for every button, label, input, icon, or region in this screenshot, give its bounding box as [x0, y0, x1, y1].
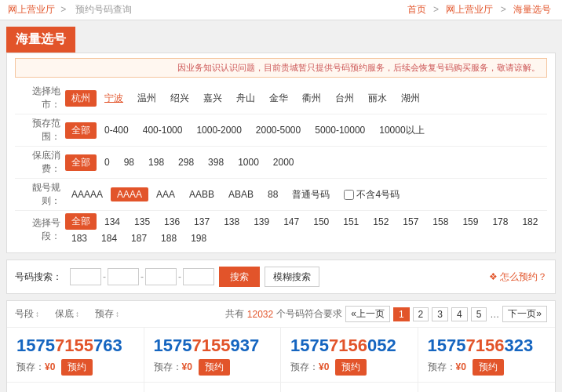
deposit-2000-5000[interactable]: 2000-5000: [250, 123, 307, 137]
city-option-jiaxing[interactable]: 嘉兴: [197, 90, 228, 107]
results-header: 号段 ↕ 保底 ↕ 预存 ↕ 共有 12032 个号码符合要求 «上一页 1: [7, 301, 555, 328]
breadcrumb-site[interactable]: 网上营业厅: [8, 4, 55, 15]
number-display-4: 15757156323: [428, 336, 546, 356]
rule-abab[interactable]: ABAB: [222, 187, 260, 201]
page-4-btn[interactable]: 4: [451, 307, 468, 321]
page-1-btn[interactable]: 1: [393, 307, 410, 321]
how-to-reserve[interactable]: 怎么预约？: [489, 270, 547, 284]
col-number[interactable]: 号段 ↕: [15, 307, 39, 321]
segment-158[interactable]: 158: [426, 215, 454, 229]
consume-all[interactable]: 全部: [65, 154, 97, 171]
segment-188[interactable]: 188: [155, 231, 183, 245]
num4-part3: 323: [504, 336, 533, 355]
deposit-all[interactable]: 全部: [65, 122, 97, 139]
number-meta-1: 预存：¥0 预约: [16, 359, 134, 376]
results-panel: 号段 ↕ 保底 ↕ 预存 ↕ 共有 12032 个号码符合要求 «上一页 1: [6, 300, 556, 392]
search-sep-1: -: [103, 271, 106, 282]
search-sep-2: -: [140, 271, 144, 282]
search-input-4[interactable]: [183, 268, 214, 285]
reserve-btn-4[interactable]: 预约: [473, 359, 504, 376]
fuzzy-search-button[interactable]: 模糊搜索: [265, 267, 319, 287]
city-option-zhoushan[interactable]: 舟山: [230, 90, 261, 107]
nav-home[interactable]: 首页: [407, 4, 426, 15]
breadcrumb-sep1: >: [60, 4, 66, 15]
num2-part2: 7155: [192, 336, 230, 355]
consume-98[interactable]: 98: [118, 155, 140, 169]
nav-current[interactable]: 海量选号: [513, 4, 551, 15]
deposit-10000+[interactable]: 10000以上: [373, 122, 430, 139]
col-base-arrow: ↕: [75, 310, 79, 318]
segment-157[interactable]: 157: [396, 215, 425, 229]
rule-aabb[interactable]: AABB: [183, 187, 221, 201]
city-option-lishui[interactable]: 丽水: [362, 90, 393, 107]
page-5-btn[interactable]: 5: [471, 307, 487, 321]
col-deposit-label: 预存: [95, 307, 114, 321]
city-option-taizhou[interactable]: 台州: [329, 90, 360, 107]
reserve-btn-2[interactable]: 预约: [199, 359, 230, 376]
page-3-btn[interactable]: 3: [432, 307, 448, 321]
rule-aaaa[interactable]: AAAA: [111, 187, 148, 201]
reserve-btn-1[interactable]: 预约: [61, 359, 93, 376]
filter-panel: 因业务知识认识问题，目前贵城暂只提供号码预约服务，后续会恢复号码购买服务，敬请谅…: [6, 53, 556, 253]
deposit-5000-10000[interactable]: 5000-10000: [308, 123, 371, 137]
city-option-wenzhou[interactable]: 温州: [131, 90, 162, 107]
segment-138[interactable]: 138: [217, 215, 246, 229]
rule-88[interactable]: 88: [261, 187, 284, 201]
city-options: 杭州 宁波 温州 绍兴 嘉兴 舟山 金华 衢州 台州 丽水 湖州: [65, 90, 426, 107]
no4-checkbox[interactable]: [344, 190, 354, 200]
city-option-quzhou[interactable]: 衢州: [296, 90, 327, 107]
search-input-2[interactable]: [108, 268, 139, 285]
prev-page-btn[interactable]: «上一页: [345, 306, 390, 322]
segment-filter-row: 选择号段： 全部 134 135 136 137 138 139 147 150…: [15, 211, 547, 248]
city-option-jinhua[interactable]: 金华: [263, 90, 294, 107]
search-input-3[interactable]: [145, 268, 177, 285]
segment-198[interactable]: 198: [184, 231, 213, 245]
deposit-1000-2000[interactable]: 1000-2000: [190, 123, 247, 137]
segment-150[interactable]: 150: [307, 215, 335, 229]
reserve-btn-3[interactable]: 预约: [335, 359, 367, 376]
segment-147[interactable]: 147: [277, 215, 305, 229]
consume-398[interactable]: 398: [202, 155, 230, 169]
segment-152[interactable]: 152: [367, 215, 395, 229]
col-base[interactable]: 保底 ↕: [55, 307, 79, 321]
segment-159[interactable]: 159: [456, 215, 484, 229]
consume-298[interactable]: 298: [172, 155, 200, 169]
segment-183[interactable]: 183: [65, 231, 93, 245]
segment-all[interactable]: 全部: [65, 213, 97, 230]
city-option-hangzhou[interactable]: 杭州: [65, 90, 97, 107]
consume-1000[interactable]: 1000: [232, 155, 265, 169]
col-deposit[interactable]: 预存 ↕: [95, 307, 119, 321]
segment-187[interactable]: 187: [125, 231, 153, 245]
search-input-1[interactable]: [70, 268, 101, 285]
deposit-0-400[interactable]: 0-400: [98, 123, 135, 137]
results-total-text: 共有: [225, 307, 244, 321]
next-page-btn[interactable]: 下一页»: [502, 306, 547, 322]
segment-151[interactable]: 151: [337, 215, 365, 229]
segment-134[interactable]: 134: [98, 215, 126, 229]
nav-online[interactable]: 网上营业厅: [446, 4, 493, 15]
segment-136[interactable]: 136: [158, 215, 186, 229]
nav-links: 首页 > 网上营业厅 > 海量选号: [404, 3, 554, 16]
segment-139[interactable]: 139: [247, 215, 276, 229]
rule-normal[interactable]: 普通号码: [286, 187, 336, 203]
rule-aaaaa[interactable]: AAAAA: [65, 187, 109, 201]
segment-178[interactable]: 178: [486, 215, 514, 229]
segment-182[interactable]: 182: [516, 215, 544, 229]
segment-137[interactable]: 137: [188, 215, 216, 229]
search-button[interactable]: 搜索: [219, 267, 260, 287]
col-deposit-arrow: ↕: [115, 310, 119, 318]
no4-checkbox-area: 不含4号码: [344, 188, 400, 201]
city-filter-row: 选择地市： 杭州 宁波 温州 绍兴 嘉兴 舟山 金华 衢州 台州 丽水 湖州: [15, 82, 547, 114]
city-option-huzhou[interactable]: 湖州: [395, 90, 426, 107]
consume-2000[interactable]: 2000: [267, 155, 301, 169]
segment-135[interactable]: 135: [128, 215, 156, 229]
deposit-400-1000[interactable]: 400-1000: [137, 123, 189, 137]
consume-198[interactable]: 198: [142, 155, 170, 169]
city-option-shaoxing[interactable]: 绍兴: [164, 90, 195, 107]
rule-aaa[interactable]: AAA: [150, 187, 181, 201]
main-container: 海量选号 因业务知识认识问题，目前贵城暂只提供号码预约服务，后续会恢复号码购买服…: [0, 20, 562, 392]
page-2-btn[interactable]: 2: [413, 307, 429, 321]
consume-0[interactable]: 0: [98, 155, 116, 169]
segment-184[interactable]: 184: [95, 231, 123, 245]
city-option-ningbo[interactable]: 宁波: [98, 90, 130, 107]
